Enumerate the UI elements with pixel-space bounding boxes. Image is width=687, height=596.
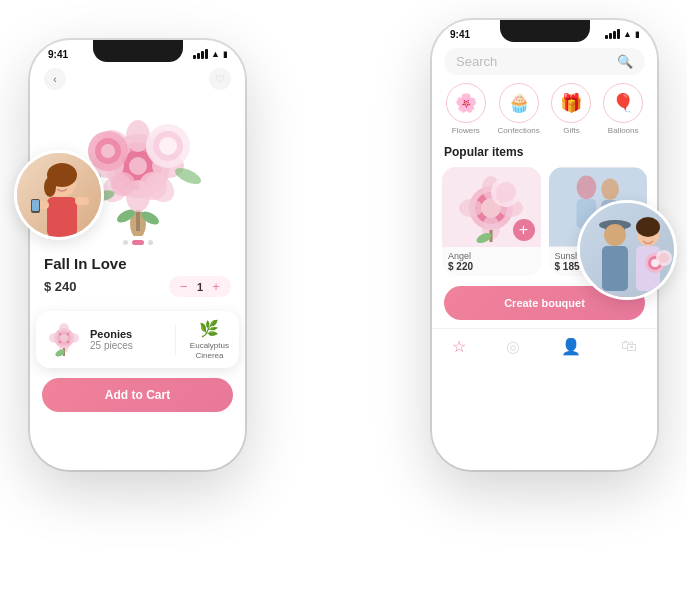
category-confections[interactable]: 🧁 Confections <box>498 83 540 135</box>
product-title: Fall In Love <box>44 255 231 272</box>
svg-point-76 <box>659 253 669 263</box>
gifts-label: Gifts <box>563 126 579 135</box>
search-placeholder-text: Search <box>456 54 611 69</box>
svg-point-32 <box>49 333 61 343</box>
back-button[interactable]: ‹ <box>44 68 66 90</box>
confections-icon: 🧁 <box>508 92 530 114</box>
battery-icon-left: ▮ <box>223 50 227 59</box>
wifi-icon-left: ▲ <box>211 49 220 59</box>
nav-home-button[interactable]: ☆ <box>452 337 466 356</box>
category-balloons[interactable]: 🎈 Balloons <box>603 83 643 135</box>
notch-left <box>93 40 183 62</box>
svg-point-33 <box>67 333 79 343</box>
gifts-icon: 🎁 <box>560 92 582 114</box>
product-price-row: $ 240 − 1 + <box>44 276 231 297</box>
status-icons-right: ▲ ▮ <box>605 29 639 39</box>
ingredient-info: Peonies 25 pieces <box>90 328 167 351</box>
angel-name: Angel <box>448 251 535 261</box>
svg-rect-68 <box>602 246 628 291</box>
svg-point-21 <box>101 144 115 158</box>
quantity-value: 1 <box>197 281 203 293</box>
notch-right <box>500 20 590 42</box>
decrease-quantity-button[interactable]: − <box>177 279 191 294</box>
couple-svg <box>580 203 677 300</box>
svg-point-58 <box>44 177 56 197</box>
favorite-button[interactable]: ♡ <box>209 68 231 90</box>
wifi-icon-right: ▲ <box>623 29 632 39</box>
nav-cart-button[interactable]: 🛍 <box>621 337 637 356</box>
woman-photo-circle <box>14 150 104 240</box>
gifts-icon-box: 🎁 <box>551 83 591 123</box>
category-flowers[interactable]: 🌸 Flowers <box>446 83 486 135</box>
svg-point-22 <box>139 172 167 200</box>
quantity-control: − 1 + <box>169 276 231 297</box>
svg-point-23 <box>111 172 135 196</box>
svg-point-50 <box>601 178 619 200</box>
confections-label: Confections <box>498 126 540 135</box>
balloons-icon: 🎈 <box>612 92 634 114</box>
left-phone-content: ‹ ♡ <box>30 64 245 470</box>
item-card-angel[interactable]: + Angel $ 220 <box>442 167 541 276</box>
dot-1 <box>123 240 128 245</box>
flowers-label: Flowers <box>452 126 480 135</box>
flowers-icon-box: 🌸 <box>446 83 486 123</box>
angel-card-image: + <box>442 167 541 247</box>
balloons-icon-box: 🎈 <box>603 83 643 123</box>
bottom-nav: ☆ ◎ 👤 🛍 <box>432 328 657 360</box>
back-icon: ‹ <box>53 74 56 85</box>
confections-icon-box: 🧁 <box>499 83 539 123</box>
increase-quantity-button[interactable]: + <box>209 279 223 294</box>
ingredient-extra-name: EucalyptusCinerea <box>190 341 229 360</box>
svg-point-67 <box>604 224 626 246</box>
left-phone-inner: 9:41 ▲ ▮ ‹ <box>30 40 245 470</box>
heart-icon: ♡ <box>215 73 225 86</box>
ingredient-divider <box>175 325 176 355</box>
category-gifts[interactable]: 🎁 Gifts <box>551 83 591 135</box>
svg-point-7 <box>129 157 147 175</box>
flowers-icon: 🌸 <box>455 92 477 114</box>
ingredient-extra: 🌿 EucalyptusCinerea <box>184 319 229 360</box>
dots-indicator <box>30 240 245 245</box>
svg-point-70 <box>636 217 660 237</box>
nav-location-button[interactable]: ◎ <box>506 337 520 356</box>
svg-point-18 <box>159 137 177 155</box>
scene: 9:41 ▲ ▮ ‹ <box>0 0 687 596</box>
signal-icon-left <box>193 49 208 59</box>
angel-add-button[interactable]: + <box>513 219 535 241</box>
time-right: 9:41 <box>450 29 470 40</box>
add-to-cart-button[interactable]: Add to Cart <box>42 378 233 412</box>
balloons-label: Balloons <box>608 126 639 135</box>
popular-items-title: Popular items <box>432 145 657 159</box>
time-left: 9:41 <box>48 49 68 60</box>
battery-icon-right: ▮ <box>635 30 639 39</box>
status-icons-left: ▲ ▮ <box>193 49 227 59</box>
angel-price: $ 220 <box>448 261 535 272</box>
ingredients-card: Peonies 25 pieces 🌿 EucalyptusCinerea <box>36 311 239 368</box>
product-info: Fall In Love $ 240 − 1 + <box>30 249 245 309</box>
svg-point-41 <box>459 199 483 217</box>
leaf-icon: 🌿 <box>190 319 229 338</box>
dot-3 <box>148 240 153 245</box>
left-header: ‹ ♡ <box>30 64 245 96</box>
svg-rect-63 <box>32 200 39 211</box>
svg-point-44 <box>496 182 516 202</box>
svg-point-30 <box>59 323 69 335</box>
peony-ingredient-icon <box>46 322 82 358</box>
svg-rect-61 <box>75 197 89 205</box>
ingredient-count: 25 pieces <box>90 340 167 351</box>
svg-point-48 <box>576 175 596 199</box>
left-phone: 9:41 ▲ ▮ ‹ <box>30 40 245 470</box>
angel-card-info: Angel $ 220 <box>442 247 541 276</box>
dot-2 <box>132 240 144 245</box>
search-icon: 🔍 <box>617 54 633 69</box>
categories-row: 🌸 Flowers 🧁 Confections 🎁 <box>432 83 657 135</box>
svg-point-29 <box>60 334 68 342</box>
signal-icon-right <box>605 29 620 39</box>
product-price: $ 240 <box>44 279 77 294</box>
nav-profile-button[interactable]: 👤 <box>561 337 581 356</box>
couple-photo-circle <box>577 200 677 300</box>
svg-rect-59 <box>47 197 77 237</box>
search-bar[interactable]: Search 🔍 <box>444 48 645 75</box>
ingredient-name: Peonies <box>90 328 167 340</box>
